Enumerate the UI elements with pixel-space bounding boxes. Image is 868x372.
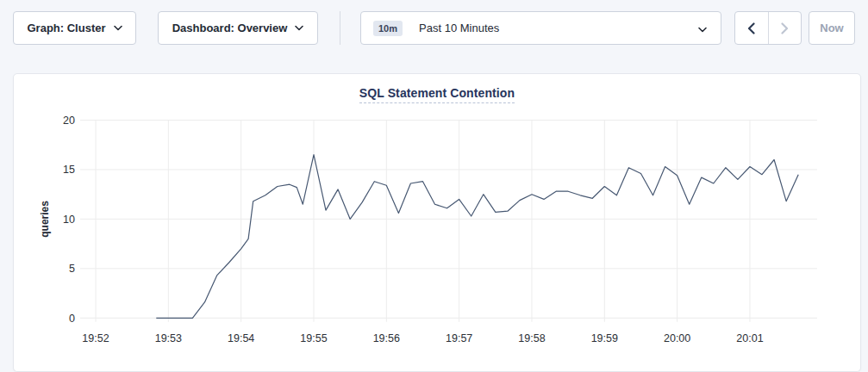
chart-panel: 0510152019:5219:5319:5419:5519:5619:5719… [13, 73, 861, 372]
y-tick-label: 10 [63, 214, 75, 226]
time-range-label: Past 10 Minutes [419, 22, 499, 34]
graph-dropdown[interactable]: Graph: Cluster [13, 11, 136, 45]
toolbar-divider [340, 11, 340, 45]
y-tick-label: 15 [63, 164, 75, 176]
x-tick-label: 20:00 [664, 332, 690, 344]
dashboard-dropdown-label: Dashboard: Overview [172, 22, 288, 34]
y-tick-label: 0 [69, 313, 75, 325]
chevron-down-icon [698, 27, 707, 33]
now-button-label: Now [820, 22, 843, 34]
y-tick-label: 5 [69, 263, 75, 275]
now-button[interactable]: Now [809, 11, 855, 45]
graph-dropdown-label: Graph: Cluster [27, 22, 105, 34]
x-tick-label: 19:59 [591, 332, 618, 344]
x-tick-label: 19:58 [518, 332, 545, 344]
chevron-down-icon [114, 25, 122, 31]
x-tick-label: 19:57 [446, 332, 472, 344]
chart-title[interactable]: SQL Statement Contention [359, 86, 515, 103]
previous-timeframe-button[interactable] [735, 12, 769, 44]
x-tick-label: 19:55 [300, 332, 327, 344]
x-tick-label: 19:54 [228, 332, 254, 344]
x-tick-label: 19:53 [155, 332, 182, 344]
time-step-button-group [734, 11, 802, 45]
y-axis-label: queries [39, 201, 51, 238]
x-tick-label: 19:56 [373, 332, 400, 344]
chevron-right-icon [781, 22, 789, 34]
chart-title-wrap: SQL Statement Contention [14, 85, 860, 101]
data-series-line [156, 155, 798, 319]
sql-contention-chart[interactable]: 0510152019:5219:5319:5419:5519:5619:5719… [14, 74, 862, 372]
time-range-badge: 10m [373, 21, 403, 36]
chevron-down-icon [295, 25, 303, 31]
y-tick-label: 20 [63, 115, 75, 127]
x-tick-label: 20:01 [736, 332, 763, 344]
next-timeframe-button[interactable] [769, 12, 802, 44]
dashboard-dropdown[interactable]: Dashboard: Overview [158, 11, 318, 45]
x-tick-label: 19:52 [82, 332, 109, 344]
time-range-selector[interactable]: 10m Past 10 Minutes [360, 11, 721, 45]
chevron-left-icon [747, 22, 755, 34]
